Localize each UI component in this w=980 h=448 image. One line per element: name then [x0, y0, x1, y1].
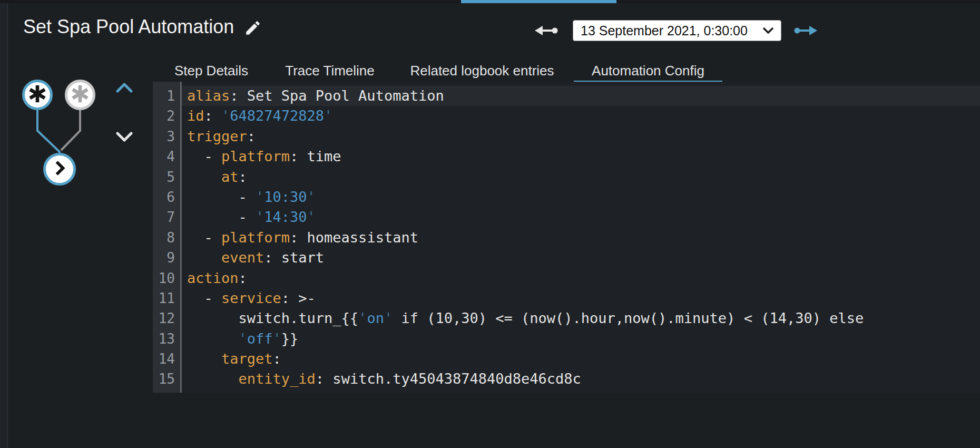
tab-trace-timeline[interactable]: Trace Timeline	[267, 59, 393, 83]
code-token	[187, 169, 221, 185]
code-token: : start	[264, 249, 324, 266]
code-line[interactable]: action:	[181, 268, 980, 288]
code-token	[187, 330, 239, 347]
line-number: 7	[153, 207, 181, 227]
code-token: '	[384, 310, 393, 326]
code-token: -	[187, 209, 256, 225]
code-token: on	[367, 310, 384, 326]
code-token	[187, 249, 221, 266]
tab-related-logbook-entries[interactable]: Related logbook entries	[392, 59, 572, 83]
code-token: switch.turn_{{	[187, 310, 358, 326]
code-token: '	[221, 108, 230, 124]
editor-gutter: 123456789101112131415	[153, 82, 181, 393]
graph-next-node-button[interactable]	[111, 127, 138, 148]
asterisk-icon	[70, 84, 90, 106]
chevron-right-icon	[53, 160, 66, 178]
pencil-icon	[244, 31, 262, 38]
code-line[interactable]: 'off'}}	[181, 329, 980, 349]
code-token: action	[187, 270, 239, 286]
code-token: if (10,30) <= (now().hour,now().minute) …	[393, 310, 864, 326]
automation-trace-screen: Set Spa Pool Automation 13 September 202…	[0, 0, 980, 448]
code-token: :	[239, 169, 247, 185]
code-token: '	[256, 189, 264, 205]
code-line[interactable]: alias: Set Spa Pool Automation	[181, 86, 980, 106]
code-token: : homeassistant	[290, 229, 418, 246]
code-line[interactable]: switch.turn_{{'on' if (10,30) <= (now().…	[181, 308, 980, 328]
code-token: -	[187, 229, 221, 246]
line-number: 13	[153, 329, 181, 349]
tab-step-details[interactable]: Step Details	[156, 59, 266, 83]
graph-previous-node-button[interactable]	[111, 77, 138, 99]
line-number: 8	[153, 228, 181, 248]
code-token: at	[221, 169, 239, 185]
code-token	[187, 350, 221, 367]
chevron-up-icon	[114, 87, 135, 95]
code-line[interactable]: - '10:30'	[181, 187, 980, 207]
line-number: 1	[153, 86, 181, 106]
trace-picker: 13 September 2021, 0:30:00	[573, 20, 781, 41]
code-token: : >-	[281, 290, 316, 306]
line-number: 11	[153, 288, 181, 308]
code-token: '	[256, 209, 264, 225]
ray-start-arrow-icon	[793, 32, 819, 40]
yaml-editor[interactable]: 123456789101112131415 alias: Set Spa Poo…	[153, 82, 980, 393]
code-token: -	[187, 290, 221, 306]
code-line[interactable]: target:	[181, 349, 980, 369]
code-line[interactable]: entity_id: switch.ty45043874840d8e46cd8c	[181, 369, 980, 389]
graph-connector-lines	[0, 0, 158, 227]
edit-automation-button[interactable]	[241, 17, 264, 40]
code-token: : time	[290, 148, 341, 164]
line-number: 14	[153, 349, 181, 369]
code-token: -	[187, 148, 221, 164]
code-line[interactable]: - '14:30'	[181, 207, 980, 227]
line-number: 15	[153, 369, 181, 389]
trigger-node-active[interactable]	[22, 80, 53, 110]
code-token: target	[221, 350, 273, 367]
code-token: '	[239, 330, 247, 347]
ray-end-arrow-icon	[533, 32, 558, 40]
asterisk-icon	[27, 84, 47, 106]
trace-select[interactable]: 13 September 2021, 0:30:00	[573, 20, 781, 41]
tab-automation-config[interactable]: Automation Config	[574, 59, 722, 83]
line-number: 5	[153, 167, 181, 187]
code-token: :	[247, 128, 256, 144]
code-token: off	[247, 330, 273, 347]
top-tab-indicator	[461, 0, 616, 3]
line-number: 9	[153, 248, 181, 268]
code-token: 10:30	[264, 189, 307, 205]
code-token: trigger	[187, 128, 247, 144]
code-token: service	[221, 290, 281, 306]
older-trace-button[interactable]	[532, 23, 560, 39]
code-token: :	[273, 350, 281, 367]
code-token: platform	[221, 148, 290, 164]
line-number: 12	[153, 308, 181, 328]
trace-graph	[0, 0, 158, 227]
code-token: '	[307, 209, 316, 225]
code-token: :	[204, 108, 222, 124]
code-line[interactable]: - platform: homeassistant	[181, 228, 980, 248]
code-token: : Set Spa Pool Automation	[230, 87, 444, 104]
code-line[interactable]: id: '64827472828'	[181, 106, 980, 126]
line-number: 10	[153, 268, 181, 288]
line-number: 6	[153, 187, 181, 207]
code-token: }}	[281, 330, 299, 347]
code-line[interactable]: - service: >-	[181, 288, 980, 308]
editor-code-area[interactable]: alias: Set Spa Pool Automationid: '64827…	[181, 82, 980, 393]
code-token: -	[187, 189, 256, 205]
chevron-down-icon	[114, 137, 135, 145]
code-token: :	[239, 270, 247, 286]
code-token: platform	[221, 229, 290, 246]
code-line[interactable]: event: start	[181, 248, 980, 268]
code-token: '	[307, 189, 316, 205]
code-token: 64827472828	[230, 108, 324, 124]
code-line[interactable]: at:	[181, 167, 980, 187]
trigger-node-inactive[interactable]	[65, 80, 95, 110]
code-token: event	[221, 249, 264, 266]
code-token: '	[358, 310, 367, 326]
code-line[interactable]: - platform: time	[181, 147, 980, 167]
action-node[interactable]	[43, 153, 76, 186]
code-line[interactable]: trigger:	[181, 126, 980, 147]
line-number: 3	[153, 126, 181, 147]
newer-trace-button[interactable]	[792, 23, 820, 39]
code-token: id	[187, 108, 204, 124]
